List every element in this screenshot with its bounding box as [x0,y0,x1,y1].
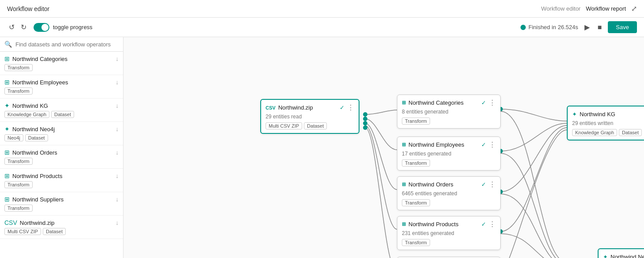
node-northwind-orders[interactable]: ⊞ Northwind Orders ✓ ⋮ 6465 entities gen… [397,176,501,210]
play-button[interactable]: ▶ [583,21,592,33]
sidebar-item-content: ✦ Northwind Neo4j Neo4jDataset [4,125,55,141]
menu-icon[interactable]: ⋮ [489,99,496,107]
status-indicator: Finished in 26.524s [520,24,578,30]
node-northwind-neo4j[interactable]: ✦ Northwind Neo4j ✓ ⋮ 29 entities writte… [598,248,644,258]
sort-icon[interactable]: ↓ [116,102,119,109]
sort-icon[interactable]: ↓ [116,55,119,62]
menu-icon[interactable]: ⋮ [489,180,496,189]
sidebar-item-header: ✦ Northwind Neo4j [4,125,55,133]
undo-redo-group: ↺ ↻ [7,21,28,33]
item-tags: Transform [4,87,68,95]
sort-icon[interactable]: ↓ [116,172,119,179]
svg-point-0 [363,112,367,117]
sidebar-item-northwind-employees[interactable]: ⊞ Northwind Employees Transform ↓ [0,75,123,99]
item-icon: ⊞ [4,79,10,86]
tag: Multi CSV ZIP [4,228,41,235]
item-name: Northwind KG [12,102,48,109]
item-name: Northwind.zip [20,220,55,226]
node-northwind-categories[interactable]: ⊞ Northwind Categories ✓ ⋮ 8 entities ge… [397,95,501,129]
toggle-group: toggle progress [34,23,93,32]
node-title: Northwind.zip [278,104,313,111]
stop-button[interactable]: ■ [596,22,604,33]
save-button[interactable]: Save [608,21,637,33]
csv-icon: ⊞ [402,221,406,227]
sidebar-item-header: CSV Northwind.zip [4,219,66,226]
nav-editor[interactable]: Workflow editor [541,5,580,12]
sidebar-item-content: ⊞ Northwind Employees Transform [4,79,68,95]
node-header-left: CSV Northwind.zip [266,104,313,111]
tag: Knowledge Graph [4,111,49,118]
menu-icon[interactable]: ⋮ [347,103,354,112]
sort-icon[interactable]: ↓ [116,149,119,156]
sidebar-item-header: ⊞ Northwind Products [4,172,62,179]
item-icon: ✦ [4,102,10,109]
sort-icon[interactable]: ↓ [116,79,119,86]
tag: Transform [4,205,33,212]
item-name: Northwind Products [12,173,62,179]
item-icon: CSV [4,219,17,226]
item-icon: ⊞ [4,149,10,156]
item-tags: Transform [4,205,64,212]
node-tags: Transform [397,239,500,250]
node-header: ⊞ Northwind Employees ✓ ⋮ [397,137,500,151]
sidebar-item-content: ⊞ Northwind Products Transform [4,172,62,188]
search-icon: 🔍 [4,41,12,48]
sidebar-item-northwind-orders[interactable]: ⊞ Northwind Orders Transform ↓ [0,145,123,169]
progress-toggle[interactable] [34,23,49,32]
node-northwind-products[interactable]: ⊞ Northwind Products ✓ ⋮ 231 entities ge… [397,216,501,250]
main-layout: 🔍 ⊞ Northwind Categories Transform ↓ ⊞ N… [0,37,644,258]
node-header: CSV Northwind.zip ✓ ⋮ [261,100,359,114]
sidebar-item-northwind-neo4j[interactable]: ✦ Northwind Neo4j Neo4jDataset ↓ [0,122,123,145]
sidebar-item-header: ⊞ Northwind Employees [4,79,68,86]
sidebar-item-header: ⊞ Northwind Orders [4,149,57,156]
undo-button[interactable]: ↺ [7,21,16,33]
tag-transform: Transform [402,199,430,206]
tag-transform: Transform [402,159,430,167]
node-subtitle: 29 entities written [568,120,644,129]
node-tags: Transform [397,159,500,170]
node-northwind-zip[interactable]: CSV Northwind.zip ✓ ⋮ 29 entities read M… [260,99,359,134]
sidebar-item-content: ⊞ Northwind Categories Transform [4,55,67,71]
sidebar-item-northwind-kg[interactable]: ✦ Northwind KG Knowledge GraphDataset ↓ [0,99,123,122]
sidebar-item-content: ⊞ Northwind Orders Transform [4,149,57,165]
sidebar-item-northwind-suppliers[interactable]: ⊞ Northwind Suppliers Transform ↓ [0,192,123,216]
check-icon: ✓ [481,221,486,228]
sidebar: 🔍 ⊞ Northwind Categories Transform ↓ ⊞ N… [0,37,124,258]
node-tags: Multi CSV ZIP Dataset [261,122,359,133]
tag-transform: Transform [402,118,430,125]
node-header: ⊞ Northwind Orders ✓ ⋮ [397,177,500,190]
node-northwind-employees[interactable]: ⊞ Northwind Employees ✓ ⋮ 17 entities ge… [397,137,501,171]
item-icon: ✦ [4,125,10,133]
toolbar-right: Finished in 26.524s ▶ ■ Save [520,21,637,33]
sort-icon[interactable]: ↓ [116,196,119,203]
tag: Dataset [51,111,74,118]
svg-point-1 [363,117,367,121]
csv-icon: CSV [266,105,276,110]
sidebar-item-northwind-categories[interactable]: ⊞ Northwind Categories Transform ↓ [0,52,123,75]
sort-icon[interactable]: ↓ [116,125,119,133]
tag: Dataset [43,228,66,235]
sidebar-item-northwind-zip[interactable]: CSV Northwind.zip Multi CSV ZIPDataset ↓ [0,216,123,239]
node-header: ✦ Northwind Neo4j ✓ ⋮ [599,249,644,258]
node-northwind-kg[interactable]: ✦ Northwind KG ✓ ⋮ 29 entities written K… [567,106,644,140]
node-header: ⊞ Northwind Products ✓ ⋮ [397,216,500,230]
tag-transform: Transform [402,239,430,246]
node-subtitle: 29 entities read [261,114,359,122]
nav-report[interactable]: Workflow report [586,5,626,12]
item-tags: Neo4jDataset [4,134,55,141]
app-header: Workflow editor Workflow editor Workflow… [0,0,644,18]
node-tags: Transform [397,118,500,128]
menu-icon[interactable]: ⋮ [489,140,496,149]
check-icon: ✓ [481,181,486,188]
item-icon: ⊞ [4,55,10,62]
redo-button[interactable]: ↻ [19,21,28,33]
canvas[interactable]: CSV Northwind.zip ✓ ⋮ 29 entities read M… [124,37,644,258]
item-icon: ⊞ [4,196,10,203]
sidebar-item-header: ⊞ Northwind Categories [4,55,67,62]
sort-icon[interactable]: ↓ [116,219,119,226]
expand-icon[interactable]: ⤢ [631,4,637,13]
search-input[interactable] [15,41,119,48]
menu-icon[interactable]: ⋮ [489,220,496,228]
sidebar-item-northwind-products[interactable]: ⊞ Northwind Products Transform ↓ [0,169,123,192]
item-tags: Knowledge GraphDataset [4,111,74,118]
